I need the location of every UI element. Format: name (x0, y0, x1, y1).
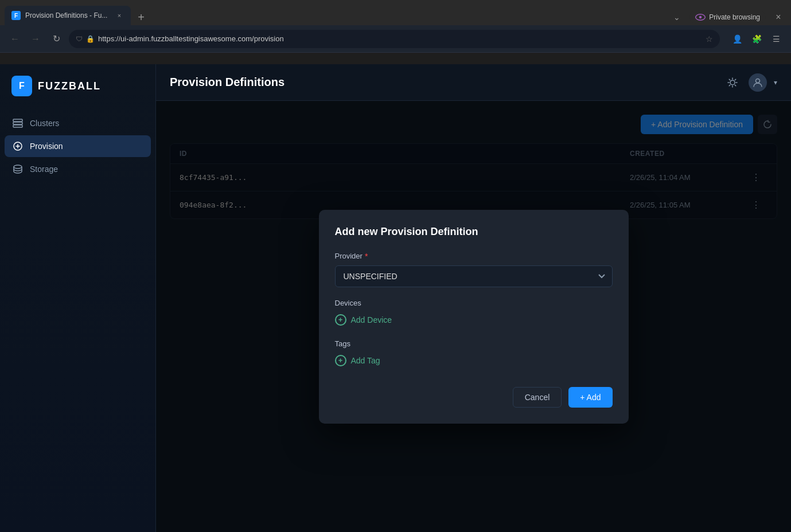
page-body: + Add Provision Definition ID CREATED 8c… (156, 101, 791, 532)
sidebar-item-storage[interactable]: Storage (5, 158, 151, 180)
tab-favicon: F (11, 11, 21, 20)
modal-overlay[interactable]: Add new Provision Definition Provider * … (156, 101, 791, 532)
tab-bar: F Provision Definitions - Fu... × + ⌄ Pr… (0, 0, 791, 25)
provider-select[interactable]: UNSPECIFIED AWS GCP Azure On-Premise (335, 265, 613, 287)
devices-label: Devices (335, 299, 613, 307)
svg-point-7 (730, 80, 735, 85)
header-right: ▾ (723, 73, 777, 92)
tags-form-group: Tags + Add Tag (335, 339, 613, 369)
private-browsing-badge: Private browsing (689, 11, 766, 24)
storage-icon (13, 164, 23, 174)
main-header: Provision Definitions ▾ (156, 64, 791, 101)
active-tab[interactable]: F Provision Definitions - Fu... × (5, 6, 131, 25)
extensions-btn[interactable]: 🧩 (749, 31, 765, 47)
refresh-btn[interactable]: ↻ (48, 31, 64, 47)
svg-point-1 (699, 16, 702, 19)
logo-text: FUZZBALL (38, 80, 101, 92)
cancel-btn[interactable]: Cancel (513, 387, 562, 408)
back-btn[interactable]: ← (7, 31, 23, 47)
sidebar: F FUZZBALL Clusters (0, 64, 156, 532)
add-device-btn[interactable]: + Add Device (335, 312, 392, 328)
browser-menu-btn[interactable]: ☰ (768, 31, 784, 47)
svg-rect-3 (13, 122, 22, 124)
browser-chrome: F Provision Definitions - Fu... × + ⌄ Pr… (0, 0, 791, 64)
sidebar-item-clusters[interactable]: Clusters (5, 112, 151, 134)
sidebar-item-storage-label: Storage (30, 165, 58, 174)
provider-label: Provider * (335, 252, 613, 261)
new-tab-btn[interactable]: + (133, 9, 149, 25)
user-chevron-icon[interactable]: ▾ (774, 79, 777, 87)
user-avatar[interactable] (749, 73, 767, 92)
add-tag-icon: + (335, 355, 346, 366)
add-provision-dialog: Add new Provision Definition Provider * … (319, 210, 629, 424)
main-content: Provision Definitions ▾ (156, 64, 791, 532)
sidebar-item-provision[interactable]: Provision (5, 135, 151, 157)
tags-label: Tags (335, 339, 613, 348)
svg-point-8 (756, 79, 760, 83)
provision-icon (13, 141, 23, 151)
address-bar[interactable]: 🛡 🔒 https://ui-admin.fuzzballtestingisaw… (69, 30, 720, 48)
private-close-btn[interactable]: × (770, 9, 786, 25)
svg-point-6 (14, 165, 22, 169)
svg-rect-2 (13, 119, 22, 122)
forward-btn[interactable]: → (28, 31, 44, 47)
tab-title: Provision Definitions - Fu... (25, 11, 110, 19)
nav-bar: ← → ↻ 🛡 🔒 https://ui-admin.fuzzballtesti… (0, 25, 791, 53)
tab-menu-btn[interactable]: ⌄ (669, 9, 685, 25)
svg-rect-4 (13, 125, 22, 127)
provider-form-group: Provider * UNSPECIFIED AWS GCP Azure On-… (335, 252, 613, 287)
logo-icon: F (11, 76, 32, 96)
required-indicator: * (365, 252, 368, 261)
clusters-icon (13, 118, 23, 128)
app-container: F FUZZBALL Clusters (0, 64, 791, 532)
add-device-icon: + (335, 314, 346, 326)
dialog-footer: Cancel + Add (335, 387, 613, 408)
shield-icon: 🛡 (76, 35, 83, 43)
theme-toggle-btn[interactable] (723, 73, 742, 92)
profile-btn[interactable]: 👤 (729, 31, 745, 47)
sidebar-nav: Clusters Provision (0, 108, 155, 185)
lock-icon: 🔒 (86, 35, 95, 43)
bookmark-icon[interactable]: ☆ (706, 34, 713, 44)
private-browsing-label: Private browsing (709, 13, 760, 21)
nav-right-icons: 👤 🧩 ☰ (729, 31, 784, 47)
tab-right-controls: ⌄ Private browsing × (669, 9, 786, 25)
devices-form-group: Devices + Add Device (335, 299, 613, 328)
sidebar-logo: F FUZZBALL (0, 64, 155, 108)
sidebar-item-clusters-label: Clusters (30, 119, 59, 128)
private-browsing-icon (695, 13, 706, 21)
url-text: https://ui-admin.fuzzballtestingisawesom… (98, 34, 702, 43)
sidebar-item-provision-label: Provision (30, 142, 63, 151)
dialog-title: Add new Provision Definition (335, 226, 613, 238)
submit-btn[interactable]: + Add (568, 387, 612, 408)
page-title: Provision Definitions (170, 76, 285, 89)
tab-close-btn[interactable]: × (115, 11, 124, 20)
add-tag-btn[interactable]: + Add Tag (335, 353, 380, 369)
